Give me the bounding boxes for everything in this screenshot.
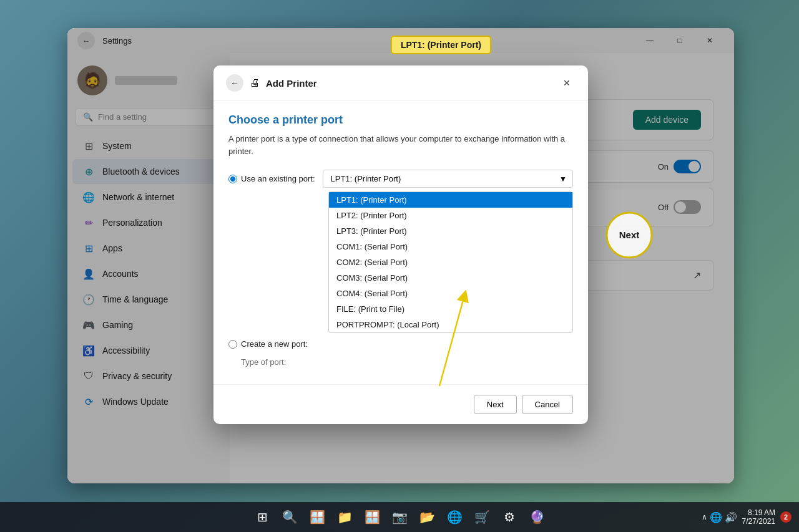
create-new-label[interactable]: Create a new port: xyxy=(228,339,308,349)
dropdown-item[interactable]: PORTPROMPT: (Local Port) xyxy=(329,317,572,332)
settings-window: ← Settings — □ ✕ 🧔 🔍 Find a setting ⊞ Sy… xyxy=(67,28,734,483)
dialog-body: Choose a printer port A printer port is … xyxy=(213,101,588,384)
dialog-title: Add Printer xyxy=(266,78,317,89)
taskbar-edge[interactable]: 🌐 xyxy=(442,505,467,530)
create-new-port-row: Create a new port: xyxy=(228,339,573,349)
next-callout-container: Next xyxy=(604,210,654,260)
port-dropdown-list: LPT1: (Printer Port) LPT2: (Printer Port… xyxy=(328,191,573,333)
use-existing-text: Use an existing port: xyxy=(241,174,315,183)
cancel-button[interactable]: Cancel xyxy=(522,395,573,414)
tray-chevron-icon[interactable]: ∧ xyxy=(702,513,707,521)
clock-date: 7/27/2021 xyxy=(742,517,775,526)
use-existing-radio[interactable] xyxy=(228,175,237,183)
dropdown-item[interactable]: COM2: (Serial Port) xyxy=(329,254,572,270)
next-button[interactable]: Next xyxy=(474,395,517,414)
taskbar-settings[interactable]: ⚙ xyxy=(497,505,522,530)
taskbar-teams[interactable]: 📷 xyxy=(387,505,412,530)
system-tray: ∧ 🌐 🔊 xyxy=(702,511,737,523)
taskbar-taskview-button[interactable]: 🪟 xyxy=(305,505,330,530)
use-existing-port-row: Use an existing port: LPT1: (Printer Por… xyxy=(228,170,573,188)
taskbar-right: ∧ 🌐 🔊 8:19 AM 7/27/2021 2 xyxy=(702,508,792,526)
printer-icon: 🖨 xyxy=(250,77,260,89)
dropdown-list-container: LPT1: (Printer Port) LPT2: (Printer Port… xyxy=(328,191,573,333)
dropdown-item[interactable]: FILE: (Print to File) xyxy=(329,301,572,317)
dialog-overlay: LPT1: (Printer Port) ← 🖨 Add Printer ✕ C… xyxy=(67,28,734,483)
port-select-wrapper: LPT1: (Printer Port) ▼ xyxy=(323,170,573,188)
add-printer-dialog: LPT1: (Printer Port) ← 🖨 Add Printer ✕ C… xyxy=(213,65,588,424)
taskbar-start-button[interactable]: ⊞ xyxy=(250,505,275,530)
clock[interactable]: 8:19 AM 7/27/2021 xyxy=(742,508,775,526)
dropdown-item[interactable]: COM1: (Serial Port) xyxy=(329,239,572,254)
dialog-footer: Next Cancel xyxy=(213,384,588,424)
use-existing-label[interactable]: Use an existing port: xyxy=(228,174,315,183)
dropdown-item[interactable]: LPT3: (Printer Port) xyxy=(329,223,572,239)
clock-time: 8:19 AM xyxy=(742,508,775,517)
dropdown-item[interactable]: COM3: (Serial Port) xyxy=(329,270,572,286)
dialog-header-left: ← 🖨 Add Printer xyxy=(226,74,317,92)
taskbar-app-extra[interactable]: 🔮 xyxy=(524,505,549,530)
taskbar-center: ⊞ 🔍 🪟 📁 🪟 📷 📂 🌐 🛒 ⚙ 🔮 xyxy=(250,505,549,530)
taskbar: ⊞ 🔍 🪟 📁 🪟 📷 📂 🌐 🛒 ⚙ 🔮 ∧ 🌐 🔊 8:19 AM 7/27… xyxy=(0,502,799,532)
type-of-port-label: Type of port: xyxy=(241,357,286,367)
notification-badge[interactable]: 2 xyxy=(780,511,792,523)
dropdown-item[interactable]: LPT2: (Printer Port) xyxy=(329,208,572,223)
port-select[interactable]: LPT1: (Printer Port) xyxy=(323,170,573,188)
taskbar-widget[interactable]: 🪟 xyxy=(360,505,385,530)
taskbar-folder[interactable]: 📂 xyxy=(414,505,439,530)
create-new-radio[interactable] xyxy=(228,340,237,349)
next-callout-text: Next xyxy=(619,230,640,240)
dialog-close-button[interactable]: ✕ xyxy=(558,74,576,92)
dialog-back-button[interactable]: ← xyxy=(226,74,243,92)
dropdown-item[interactable]: LPT1: (Printer Port) xyxy=(329,192,572,208)
taskbar-store[interactable]: 🛒 xyxy=(469,505,494,530)
next-callout-svg: Next xyxy=(604,210,654,260)
type-of-port-row: Type of port: xyxy=(228,357,573,367)
lpt1-callout: LPT1: (Printer Port) xyxy=(391,36,491,54)
create-new-text: Create a new port: xyxy=(241,339,308,349)
taskbar-search-button[interactable]: 🔍 xyxy=(277,505,302,530)
dialog-header: ← 🖨 Add Printer ✕ xyxy=(213,65,588,101)
dropdown-item[interactable]: COM4: (Serial Port) xyxy=(329,286,572,301)
taskbar-file-explorer[interactable]: 📁 xyxy=(332,505,357,530)
dialog-section-title: Choose a printer port xyxy=(228,114,573,127)
globe-icon[interactable]: 🌐 xyxy=(710,511,722,523)
volume-icon[interactable]: 🔊 xyxy=(725,511,737,523)
dialog-description: A printer port is a type of connection t… xyxy=(228,133,573,157)
